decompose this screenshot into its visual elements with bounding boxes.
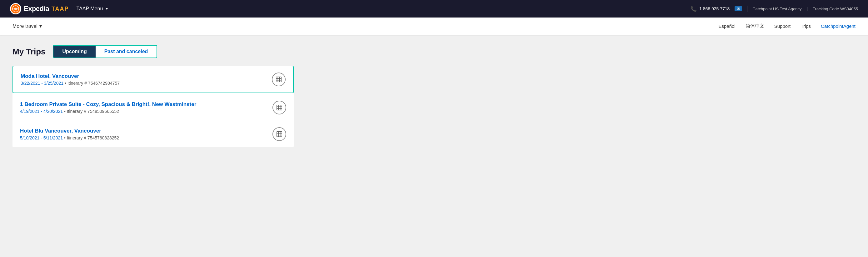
- trip-name: 1 Bedroom Private Suite - Cozy, Spacious…: [20, 101, 196, 108]
- trip-details: 3/22/2021 - 3/25/2021 • Itinerary # 7546…: [21, 81, 120, 86]
- tabs-container: Upcoming Past and canceled: [53, 45, 157, 58]
- trip-itinerary-separator: •: [64, 135, 67, 140]
- divider-text: |: [807, 6, 808, 11]
- more-travel-chevron-icon: ▾: [39, 23, 42, 29]
- trip-name: Moda Hotel, Vancouver: [21, 73, 120, 79]
- top-bar-left: Expedia TAAP TAAP Menu ▾: [10, 3, 108, 15]
- trip-itinerary: Itinerary # 7548509665552: [67, 109, 119, 114]
- tracking-code: Tracking Code WS34055: [813, 6, 858, 11]
- building-icon: [276, 104, 283, 111]
- trip-details: 5/10/2021 - 5/11/2021 • Itinerary # 7545…: [20, 135, 119, 140]
- top-bar-right: 📞 1 866 925 7718 ✉ Catchpoint US Test Ag…: [690, 6, 858, 12]
- divider: [747, 6, 747, 12]
- svg-rect-7: [277, 105, 282, 110]
- logo-area: Expedia TAAP: [10, 3, 69, 15]
- nav-trips[interactable]: Trips: [801, 24, 811, 29]
- trip-itinerary-separator: •: [64, 109, 67, 114]
- email-icon[interactable]: ✉: [735, 6, 742, 11]
- nav-espanol[interactable]: Español: [719, 24, 736, 29]
- trip-details: 4/19/2021 - 4/20/2021 • Itinerary # 7548…: [20, 109, 196, 114]
- building-icon: [275, 76, 282, 83]
- phone-area: 📞 1 866 925 7718: [690, 6, 730, 12]
- agency-name: Catchpoint US Test Agency: [752, 6, 801, 11]
- trip-itinerary: Itinerary # 7545760828252: [67, 135, 119, 140]
- table-row[interactable]: Moda Hotel, Vancouver 3/22/2021 - 3/25/2…: [12, 66, 294, 93]
- nav-catchpoint-agent[interactable]: CatchpointAgent: [821, 24, 856, 29]
- trip-name: Hotel Blu Vancouver, Vancouver: [20, 128, 119, 134]
- expedia-brand-text: Expedia: [24, 5, 49, 13]
- taap-menu-button[interactable]: TAAP Menu ▾: [76, 6, 108, 11]
- nav-support[interactable]: Support: [774, 24, 791, 29]
- trip-itinerary: Itinerary # 7546742904757: [67, 81, 120, 86]
- hotel-icon-button[interactable]: [273, 101, 286, 114]
- svg-rect-2: [276, 77, 281, 82]
- table-row[interactable]: Hotel Blu Vancouver, Vancouver 5/10/2021…: [12, 121, 294, 147]
- nav-chinese[interactable]: 简体中文: [746, 23, 764, 29]
- trip-dates: 4/19/2021 - 4/20/2021: [20, 109, 63, 114]
- taap-menu-chevron-icon: ▾: [106, 6, 108, 11]
- secondary-nav-right: Español 简体中文 Support Trips CatchpointAge…: [719, 23, 856, 29]
- main-content: My Trips Upcoming Past and canceled Moda…: [0, 35, 437, 157]
- trip-info: Hotel Blu Vancouver, Vancouver 5/10/2021…: [20, 128, 119, 140]
- trip-dates: 3/22/2021 - 3/25/2021: [21, 81, 63, 86]
- trips-header: My Trips Upcoming Past and canceled: [12, 45, 425, 58]
- tab-upcoming[interactable]: Upcoming: [54, 46, 95, 58]
- taap-brand-text: TAAP: [52, 6, 69, 12]
- page-title: My Trips: [12, 47, 45, 57]
- secondary-nav: More travel ▾ Español 简体中文 Support Trips…: [0, 18, 868, 35]
- more-travel-label: More travel: [12, 24, 37, 29]
- building-icon: [276, 131, 283, 138]
- trip-dates: 5/10/2021 - 5/11/2021: [20, 135, 63, 140]
- trip-itinerary-separator: •: [65, 81, 67, 86]
- secondary-nav-left: More travel ▾: [12, 23, 42, 29]
- phone-icon: 📞: [690, 6, 697, 12]
- phone-number: 1 866 925 7718: [699, 6, 730, 11]
- hotel-icon-button[interactable]: [273, 127, 286, 141]
- taap-menu-label: TAAP Menu: [76, 6, 103, 11]
- expedia-logo: [10, 3, 21, 15]
- logo-inner: [11, 4, 20, 13]
- table-row[interactable]: 1 Bedroom Private Suite - Cozy, Spacious…: [12, 94, 294, 121]
- tab-past-canceled[interactable]: Past and canceled: [96, 46, 157, 58]
- svg-rect-12: [277, 132, 282, 137]
- more-travel-button[interactable]: More travel ▾: [12, 23, 42, 29]
- trip-info: Moda Hotel, Vancouver 3/22/2021 - 3/25/2…: [21, 73, 120, 86]
- trip-info: 1 Bedroom Private Suite - Cozy, Spacious…: [20, 101, 196, 114]
- top-bar: Expedia TAAP TAAP Menu ▾ 📞 1 866 925 771…: [0, 0, 868, 18]
- trips-list: Moda Hotel, Vancouver 3/22/2021 - 3/25/2…: [12, 66, 294, 147]
- hotel-icon-button[interactable]: [272, 73, 286, 86]
